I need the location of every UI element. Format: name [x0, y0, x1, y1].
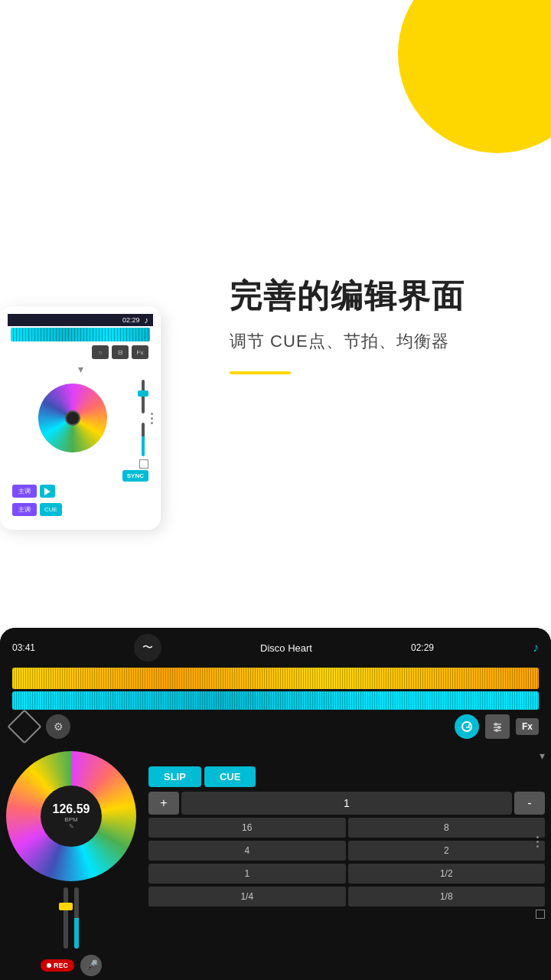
- edit-icon[interactable]: ✎: [69, 823, 74, 830]
- right-dropdown-arrow[interactable]: ▾: [148, 748, 545, 763]
- sync-icon: [461, 720, 473, 733]
- dropdown-arrow[interactable]: ▾: [8, 361, 153, 377]
- slip-button[interactable]: SLIP: [148, 766, 201, 787]
- turntable-section: 126.59 BPM ✎: [6, 748, 136, 979]
- dj-waveform-top: [11, 328, 150, 341]
- dj-time-display: 02:29: [122, 316, 140, 324]
- beat-value[interactable]: 1: [181, 792, 512, 815]
- beat-16[interactable]: 16: [148, 818, 346, 838]
- turntable-center: [65, 410, 80, 426]
- bottom-time-right: 02:29: [411, 642, 434, 653]
- beat-2[interactable]: 2: [348, 841, 546, 861]
- beat-8[interactable]: 8: [348, 818, 546, 838]
- gear-button[interactable]: ⚙: [46, 714, 70, 739]
- rec-mic-row: REC 🎤: [41, 952, 102, 979]
- beat-eighth[interactable]: 1/8: [348, 887, 546, 906]
- page-title: 完善的编辑界面: [230, 276, 520, 318]
- beat-grid: + 1 -: [148, 792, 545, 815]
- dj-turntable-left: [38, 384, 107, 452]
- dj-full-interface: 03:41 〜 Disco Heart 02:29 ♪: [0, 628, 551, 980]
- resize-square-icon[interactable]: [139, 459, 148, 469]
- dj-time-bar: 02:29 ♪: [8, 314, 153, 326]
- beat-row-4: 1/4 1/8: [148, 887, 545, 906]
- indicator-1: [536, 836, 539, 838]
- indicator-2: [536, 841, 539, 843]
- cue-button-right[interactable]: CUE: [204, 766, 256, 787]
- resize-icon-bottom[interactable]: [536, 910, 545, 919]
- dj-main-area: 126.59 BPM ✎: [0, 743, 551, 979]
- bpm-label: BPM: [64, 816, 77, 823]
- dj-icons-row: ○ ⊟ Fx: [8, 343, 153, 361]
- beat-quarter[interactable]: 1/4: [148, 887, 346, 906]
- cue-button-left[interactable]: CUE: [40, 503, 62, 516]
- waveform-yellow: [12, 668, 539, 689]
- rec-button[interactable]: REC: [41, 959, 74, 972]
- bpm-value: 126.59: [53, 802, 90, 816]
- svg-point-5: [497, 726, 500, 729]
- eq-sliders-icon[interactable]: [485, 714, 510, 739]
- dj-play-row: 主调: [8, 483, 153, 499]
- play-button-left[interactable]: [40, 485, 55, 498]
- note-icon: ♪: [533, 641, 539, 655]
- beat-minus-btn[interactable]: -: [514, 792, 545, 815]
- device-bottom-mockup: 03:41 〜 Disco Heart 02:29 ♪: [0, 628, 551, 980]
- dj-turntable-big: 126.59 BPM ✎: [6, 751, 136, 881]
- handle-dot-3: [151, 422, 153, 424]
- page-subtitle: 调节 CUE点、节拍、均衡器: [230, 330, 520, 353]
- heartbeat-icon[interactable]: 〜: [134, 634, 161, 662]
- play-triangle-icon: [44, 488, 51, 495]
- beat-row-2: 4 2: [148, 841, 545, 861]
- handle-dot-1: [151, 413, 153, 415]
- svg-point-6: [495, 729, 498, 732]
- mic-button[interactable]: 🎤: [80, 955, 102, 976]
- indicator-3: [536, 845, 539, 848]
- beat-half[interactable]: 1/2: [348, 864, 546, 884]
- track-name: Disco Heart: [260, 642, 312, 654]
- slip-cue-row: SLIP CUE: [148, 766, 545, 787]
- dj-cue-row: 主调 CUE: [8, 501, 153, 518]
- main-key-button-2[interactable]: 主调: [12, 503, 37, 516]
- turntable-big-center: 126.59 BPM ✎: [41, 786, 102, 847]
- svg-point-0: [462, 722, 471, 731]
- dj-fader-vertical[interactable]: [142, 380, 145, 413]
- sync-button[interactable]: SYNC: [122, 470, 148, 482]
- accent-line: [230, 371, 291, 374]
- fx-button-right[interactable]: Fx: [516, 718, 539, 735]
- rec-dot: [47, 963, 51, 968]
- beat-row-1: 16 8: [148, 818, 545, 838]
- dj-right-panel: ▾ SLIP CUE + 1 - 16 8: [142, 748, 545, 979]
- text-content: 完善的编辑界面 调节 CUE点、节拍、均衡器: [230, 276, 520, 374]
- eq-icon: [491, 720, 504, 733]
- top-section: 02:29 ♪ ○ ⊟ Fx ▾: [0, 0, 551, 628]
- fader-track-yellow[interactable]: [64, 887, 68, 949]
- dj-fader-blue[interactable]: [142, 423, 145, 456]
- beat-plus-btn[interactable]: +: [148, 792, 179, 815]
- svg-point-4: [494, 723, 497, 726]
- waveform-cyan: [12, 691, 539, 710]
- dj-controls-row: ⚙: [0, 710, 551, 743]
- circle-btn-right[interactable]: [455, 714, 479, 739]
- dj-sync-row: SYNC: [8, 469, 153, 483]
- bottom-time-left: 03:41: [12, 642, 35, 653]
- right-icons: Fx: [455, 714, 539, 739]
- handle-dot-2: [151, 417, 153, 420]
- fader-handle-yellow: [59, 903, 73, 910]
- dj-info-bar: 03:41 〜 Disco Heart 02:29 ♪: [0, 628, 551, 668]
- rec-label: REC: [54, 962, 68, 969]
- dj-fx-icon[interactable]: Fx: [132, 345, 148, 359]
- main-key-button-1[interactable]: 主调: [12, 485, 37, 498]
- diamond-button[interactable]: [7, 709, 41, 743]
- bottom-dj-section: 03:41 〜 Disco Heart 02:29 ♪: [0, 628, 551, 980]
- dj-sliders-icon[interactable]: ⊟: [112, 345, 129, 359]
- fader-handle: [138, 390, 148, 397]
- beat-4[interactable]: 4: [148, 841, 346, 861]
- beat-row-3: 1 1/2: [148, 864, 545, 884]
- dj-circle-icon[interactable]: ○: [92, 345, 109, 359]
- device-left-mockup: 02:29 ♪ ○ ⊟ Fx ▾: [0, 306, 161, 530]
- beat-1b[interactable]: 1: [148, 864, 346, 884]
- fader-track-blue[interactable]: [74, 887, 79, 949]
